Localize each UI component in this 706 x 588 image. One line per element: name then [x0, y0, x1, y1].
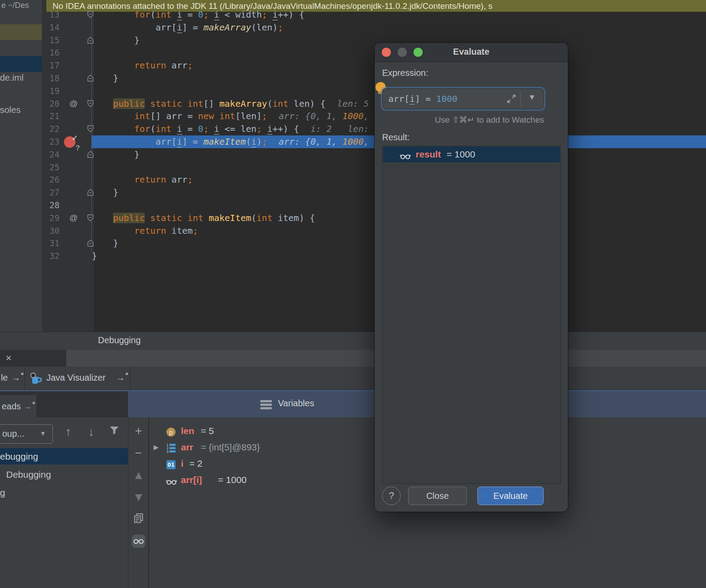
line-number: 16 — [42, 46, 60, 59]
line-number: 31 — [42, 237, 60, 250]
remove-watch-minus-icon[interactable]: − — [132, 446, 145, 460]
add-watch-plus-icon[interactable]: + — [132, 424, 145, 438]
project-sidebar: e ~/Des de.iml soles — [0, 0, 42, 350]
code-line-21[interactable]: 21 int[] arr = new int[len];arr: {0, 1, … — [42, 110, 706, 123]
code-editor[interactable]: 13 for(int i = 0; i < width; i++) {14 ar… — [42, 8, 706, 262]
code-line-20[interactable]: 20@ public static int[] makeArray(int le… — [42, 97, 706, 110]
filter-icon[interactable] — [109, 424, 120, 439]
expand-arrow-icon[interactable]: ▶ — [154, 439, 159, 455]
code-line-32[interactable]: 32} — [42, 250, 706, 262]
annotation-at-icon: @ — [69, 97, 78, 110]
line-number: 29 — [42, 212, 60, 225]
line-number: 20 — [42, 97, 60, 110]
group-dropdown[interactable]: oup... ▾ — [0, 424, 53, 444]
project-path-fragment: e ~/Des — [1, 1, 29, 10]
code-line-22[interactable]: 22 for(int i = 0; i <= len; i++) {i: 2 l… — [42, 123, 706, 135]
help-button[interactable]: ? — [382, 487, 401, 505]
show-watches-glasses-icon[interactable] — [132, 535, 145, 548]
primitive-icon: 01 — [166, 458, 176, 468]
code-line-18[interactable]: 18 } — [42, 72, 706, 85]
code-line-15[interactable]: 15 } — [42, 34, 706, 47]
line-number: 26 — [42, 173, 60, 186]
tab-java-visualizer[interactable]: Java Visualizer → — [25, 367, 131, 390]
line-number: 22 — [42, 123, 60, 135]
history-dropdown-icon[interactable]: ▼ — [528, 93, 536, 102]
dialog-titlebar[interactable]: Evaluate — [375, 43, 568, 62]
line-number: 21 — [42, 110, 60, 123]
arrow-up-icon[interactable]: ↑ — [65, 425, 71, 439]
close-icon[interactable]: ✕ — [5, 353, 12, 363]
project-row-highlight[interactable] — [0, 24, 42, 40]
frames-panel: oup... ▾ ↑ ↓ ebuggingDebuggingg — [0, 417, 128, 588]
expression-label: Expression: — [382, 68, 428, 78]
code-text: arr[i] = makeArray(len); — [92, 21, 706, 34]
code-line-26[interactable]: 26 return arr; — [42, 173, 706, 186]
line-number: 24 — [42, 148, 60, 161]
arrow-down-icon[interactable]: ↓ — [88, 425, 94, 439]
project-file-consoles[interactable]: soles — [0, 105, 21, 115]
ide-window: e ~/Des de.iml soles No IDEA annotations… — [0, 0, 706, 588]
debug-subpanel-header-row: eads → Variables — [0, 391, 706, 417]
project-row-selected[interactable] — [0, 56, 42, 72]
move-up-icon[interactable]: ▲ — [132, 468, 145, 482]
duplicate-icon[interactable] — [132, 513, 145, 526]
debug-tool-window-header: Debugging — [0, 332, 706, 350]
result-row[interactable]: resultx = 1000 — [383, 146, 560, 162]
line-number: 28 — [42, 199, 60, 212]
result-name: result — [416, 146, 441, 162]
close-button[interactable]: Close — [408, 487, 467, 505]
code-line-16[interactable]: 16 — [42, 46, 706, 59]
breakpoint-check-icon: ✓ — [71, 133, 78, 143]
export-arrow-icon: → — [23, 402, 32, 412]
line-number: 25 — [42, 161, 60, 174]
result-label: Result: — [382, 132, 409, 142]
code-line-31[interactable]: 31 } — [42, 237, 706, 250]
variable-value: = 1000 — [218, 472, 247, 488]
array-icon: 123 — [166, 442, 176, 452]
variable-name: arr[i] — [181, 472, 202, 488]
expression-input[interactable]: arr[i] = 1000 ▼ — [382, 88, 544, 109]
code-line-23[interactable]: 23✓? arr[i] = makeItem(i);arr: {0, 1, 10… — [42, 135, 706, 148]
export-arrow-icon: → — [116, 373, 125, 383]
svg-text:p: p — [169, 428, 173, 436]
line-number: 14 — [42, 21, 60, 34]
expand-editor-icon[interactable] — [507, 94, 516, 105]
annotation-at-icon: @ — [69, 212, 78, 225]
export-arrow-icon: → — [11, 373, 20, 383]
result-value: = 1000 — [447, 146, 475, 162]
code-line-19[interactable]: 19 — [42, 85, 706, 97]
debug-tab-row: le → Java Visualizer → — [0, 367, 706, 390]
code-line-17[interactable]: 17 return arr; — [42, 59, 706, 72]
variable-name: arr — [181, 439, 193, 455]
panel-menu-icon[interactable] — [260, 399, 272, 411]
tab-threads-partial[interactable]: eads → — [0, 395, 37, 417]
line-number: 13 — [42, 8, 60, 21]
line-number: 30 — [42, 225, 60, 237]
variable-value: = 2 — [189, 455, 203, 472]
frame-row[interactable]: g — [0, 484, 128, 501]
code-line-13[interactable]: 13 for(int i = 0; i < width; i++) { — [42, 8, 706, 21]
move-down-icon[interactable]: ▼ — [132, 491, 145, 504]
result-list[interactable]: resultx = 1000 — [382, 146, 561, 484]
input-divider — [520, 91, 521, 106]
line-number: 32 — [42, 250, 60, 262]
code-line-27[interactable]: 27 } — [42, 186, 706, 199]
project-file-iml[interactable]: de.iml — [0, 73, 23, 83]
line-number: 27 — [42, 186, 60, 199]
code-line-25[interactable]: 25 — [42, 161, 706, 174]
line-number: 15 — [42, 34, 60, 47]
breakpoint-icon[interactable]: ✓? — [64, 136, 75, 148]
tab-console-partial[interactable]: le → — [0, 367, 25, 390]
watch-glasses-icon — [400, 150, 411, 165]
variable-value: = {int[5]@893} — [201, 439, 260, 455]
frame-row[interactable]: ebugging — [0, 448, 128, 464]
line-number: 23 — [42, 135, 60, 148]
dialog-title: Evaluate — [375, 47, 568, 57]
code-line-30[interactable]: 30 return item; — [42, 225, 706, 237]
code-line-28[interactable]: 28 — [42, 199, 706, 212]
frame-row[interactable]: Debugging — [0, 466, 134, 483]
code-line-24[interactable]: 24 } — [42, 148, 706, 161]
code-line-29[interactable]: 29@ public static int makeItem(int item)… — [42, 212, 706, 225]
evaluate-button[interactable]: Evaluate — [477, 487, 544, 505]
code-line-14[interactable]: 14 arr[i] = makeArray(len); — [42, 21, 706, 34]
